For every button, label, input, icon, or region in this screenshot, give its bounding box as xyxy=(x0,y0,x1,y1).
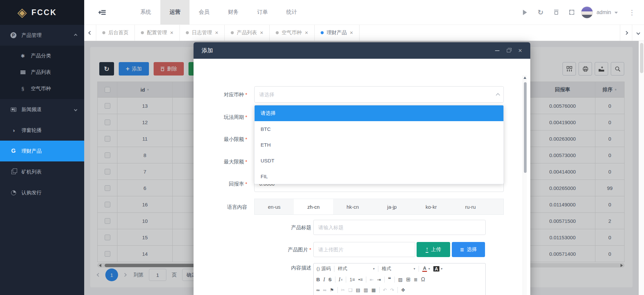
close-icon[interactable]: × xyxy=(260,30,263,36)
scroll-up-arrow-icon[interactable] xyxy=(524,77,526,79)
dropdown-option-btc[interactable]: BTC xyxy=(255,121,503,137)
text-color-button[interactable]: A ▾ xyxy=(422,265,430,272)
paste-icon[interactable]: ▤ xyxy=(356,287,360,293)
nav-item-members[interactable]: 会员 xyxy=(190,0,219,24)
brand-logo[interactable]: ◈ FCCK xyxy=(0,0,84,25)
sidebar-item-news-channel[interactable]: 新闻频道 xyxy=(0,99,84,120)
tab-air-coin[interactable]: 空气币种 × xyxy=(270,25,315,41)
copy-icon[interactable]: ❏ xyxy=(348,287,353,293)
tab-dashboard[interactable]: 后台首页 xyxy=(96,25,135,41)
redo-icon[interactable]: ↷ xyxy=(390,287,394,293)
trash-icon[interactable] xyxy=(554,10,558,15)
special-char-icon[interactable]: Ω xyxy=(421,277,425,283)
sidebar-item-product-list[interactable]: 产品列表 xyxy=(0,64,84,81)
sidebar-item-label: 产品分类 xyxy=(31,53,51,59)
sidebar-item-product-category[interactable]: ✱ 产品分类 xyxy=(0,48,84,64)
nav-item-orders[interactable]: 订单 xyxy=(248,0,277,24)
close-icon[interactable]: ✕ xyxy=(518,48,522,53)
upload-button[interactable]: ↑ 上传 xyxy=(417,242,450,257)
caret-down-icon: ▾ xyxy=(428,267,430,271)
undo-icon[interactable]: ↶ xyxy=(383,287,387,293)
sidebar-item-product-management[interactable]: P 产品管理 xyxy=(0,25,84,46)
bullet-list-icon[interactable]: •≡ xyxy=(358,277,363,282)
format-select[interactable]: 格式▾ xyxy=(382,266,415,272)
nav-item-statistics[interactable]: 统计 xyxy=(277,0,306,24)
bg-color-button[interactable]: A ▾ xyxy=(433,266,442,272)
scrollbar-thumb[interactable] xyxy=(640,43,643,73)
lang-tab-en-us[interactable]: en-us xyxy=(255,199,294,214)
nav-item-finance[interactable]: 财务 xyxy=(219,0,248,24)
sidebar-item-popup-carousel[interactable]: ◑ 弹窗轮播 xyxy=(0,120,84,141)
sidebar-collapse-button[interactable] xyxy=(98,9,107,16)
paste-word-icon[interactable]: ▦ xyxy=(371,287,376,293)
product-image-input[interactable] xyxy=(313,242,415,257)
anchor-flag-icon[interactable]: ⚑ xyxy=(330,287,334,293)
remove-format-button[interactable]: Ix xyxy=(339,277,343,283)
dropdown-option-usdt[interactable]: USDT xyxy=(255,153,503,168)
coin-dropdown: 请选择 BTC ETH USDT FIL xyxy=(254,105,504,184)
close-icon[interactable]: × xyxy=(170,30,173,36)
nav-item-operations[interactable]: 运营 xyxy=(160,0,190,24)
ordered-list-icon[interactable]: 1≡ xyxy=(350,277,355,282)
dialog-header[interactable]: 添加 ✕ xyxy=(194,42,530,59)
tab-logs[interactable]: 日志管理 × xyxy=(180,25,225,41)
nav-item-system[interactable]: 系统 xyxy=(131,0,160,24)
maximize-editor-icon[interactable]: ✥ xyxy=(401,287,405,293)
outdent-icon[interactable]: ⇤ xyxy=(370,277,374,282)
required-mark: * xyxy=(309,247,311,252)
strikethrough-button[interactable]: S xyxy=(328,277,331,282)
tab-wealth-product[interactable]: 理财产品 × xyxy=(315,25,360,41)
tabs-scroll-left-button[interactable] xyxy=(84,25,96,41)
bold-button[interactable]: B xyxy=(316,277,320,282)
coin-select[interactable] xyxy=(254,86,504,103)
tab-config[interactable]: 配置管理 × xyxy=(135,25,180,41)
tabs-menu-button[interactable] xyxy=(632,25,644,41)
close-icon[interactable]: × xyxy=(305,30,308,36)
sidebar-item-air-coin[interactable]: § 空气币种 xyxy=(0,81,84,97)
fullscreen-icon[interactable] xyxy=(569,10,574,15)
link-icon[interactable]: ∞ xyxy=(316,287,320,293)
dropdown-option-fil[interactable]: FIL xyxy=(255,168,503,184)
tabs-scroll-right-button[interactable] xyxy=(620,25,632,41)
close-icon[interactable]: × xyxy=(350,30,353,36)
refresh-icon[interactable]: ↻ xyxy=(538,9,544,16)
indent-icon[interactable]: ⇥ xyxy=(377,277,381,282)
lang-tab-ja-jp[interactable]: ja-jp xyxy=(372,199,412,214)
play-icon[interactable] xyxy=(523,10,527,15)
tab-product-list[interactable]: 产品列表 × xyxy=(225,25,270,41)
lang-tab-ru-ru[interactable]: ru-ru xyxy=(451,199,490,214)
hr-icon[interactable]: ≣ xyxy=(414,277,418,282)
italic-button[interactable]: I xyxy=(323,277,325,283)
dialog-scrollbar[interactable] xyxy=(523,75,527,295)
choose-button[interactable]: ≣ 选择 xyxy=(452,242,485,257)
sidebar-item-wealth-product[interactable]: G 理财产品 xyxy=(0,141,84,161)
g-icon: G xyxy=(10,148,17,154)
lang-tab-zh-cn[interactable]: zh-cn xyxy=(294,199,333,214)
product-title-input[interactable] xyxy=(313,220,486,235)
lang-tab-ko-kr[interactable]: ko-kr xyxy=(412,199,451,214)
cut-icon[interactable]: ✂ xyxy=(341,287,345,293)
table-icon[interactable]: ⊞ xyxy=(406,276,410,283)
source-button[interactable]: ⟨⟩ 源码 xyxy=(316,266,331,272)
lang-tab-hk-cn[interactable]: hk-cn xyxy=(333,199,372,214)
sidebar-item-subscription-issue[interactable]: 认购发行 xyxy=(0,182,84,203)
dropdown-option-placeholder[interactable]: 请选择 xyxy=(255,105,503,121)
paste-text-icon[interactable]: ▥ xyxy=(364,287,368,293)
more-options-icon[interactable]: ⋮ xyxy=(629,8,635,16)
sidebar-item-label: 认购发行 xyxy=(21,190,42,196)
newspaper-icon xyxy=(10,107,17,112)
blockquote-icon[interactable]: ❝ xyxy=(388,276,391,283)
description-label: 内容描述 xyxy=(261,260,311,275)
image-icon[interactable]: ▨ xyxy=(398,277,402,282)
minimize-icon[interactable] xyxy=(495,50,499,51)
style-select[interactable]: 样式▾ xyxy=(338,266,375,272)
unlink-icon[interactable]: ∞ xyxy=(323,287,326,293)
sidebar-item-miner-list[interactable]: 矿机列表 xyxy=(0,161,84,182)
scrollbar-thumb[interactable] xyxy=(524,82,527,173)
close-icon[interactable]: × xyxy=(215,30,218,36)
user-menu[interactable]: admin xyxy=(581,6,618,18)
dropdown-option-eth[interactable]: ETH xyxy=(255,137,503,153)
add-dialog: 添加 ✕ 对应币种* 玩法周期* 最小限额* 最大限额* 回报率* xyxy=(194,42,530,295)
maximize-icon[interactable] xyxy=(507,49,511,52)
page-scrollbar[interactable] xyxy=(639,41,644,295)
